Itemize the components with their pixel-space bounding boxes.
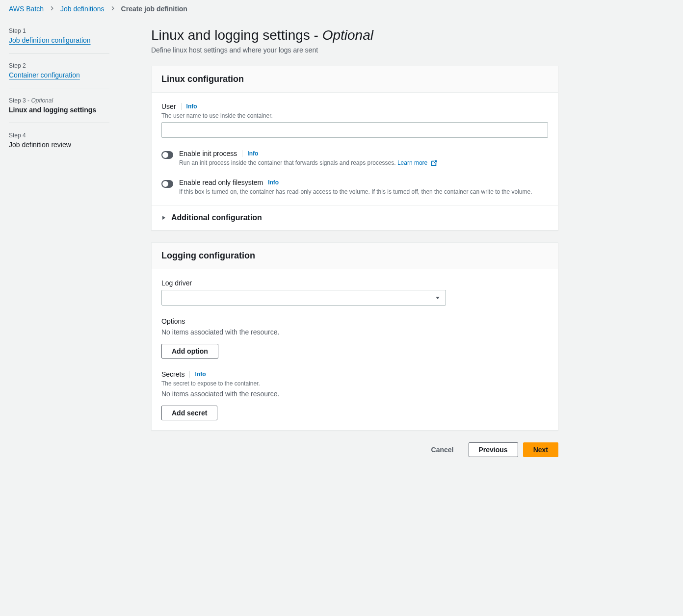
step-link-job-definition-configuration[interactable]: Job definition configuration <box>9 36 131 44</box>
step-number: Step 4 <box>9 132 131 139</box>
user-description: The user name to use inside the containe… <box>161 112 548 119</box>
user-input[interactable] <box>161 122 548 138</box>
secrets-label: Secrets <box>161 370 184 378</box>
step-number: Step 2 <box>9 62 131 69</box>
panel-title: Linux configuration <box>161 74 548 84</box>
chevron-right-icon <box>50 5 54 12</box>
secrets-empty-text: No items associated with the resource. <box>161 390 548 398</box>
step-2: Step 2 Container configuration <box>9 62 131 88</box>
readonly-filesystem-description: If this box is turned on, the container … <box>179 188 548 195</box>
previous-button[interactable]: Previous <box>469 442 518 457</box>
breadcrumb-link-job-definitions[interactable]: Job definitions <box>60 5 105 13</box>
log-driver-field: Log driver <box>161 279 548 306</box>
step-4: Step 4 Job definition review <box>9 132 131 157</box>
wizard-sidebar: Step 1 Job definition configuration Step… <box>9 27 131 467</box>
user-label: User <box>161 103 176 110</box>
step-number: Step 1 <box>9 27 131 34</box>
init-process-field: Enable init process Info Run an init pro… <box>161 150 548 167</box>
options-field: Options No items associated with the res… <box>161 317 548 359</box>
log-driver-label: Log driver <box>161 279 548 287</box>
linux-configuration-panel: Linux configuration User Info The user n… <box>151 66 558 231</box>
secrets-field: Secrets Info The secret to expose to the… <box>161 370 548 420</box>
info-link[interactable]: Info <box>247 150 258 157</box>
step-3: Step 3 - Optional Linux and logging sett… <box>9 97 131 123</box>
additional-configuration-label: Additional configuration <box>171 213 262 222</box>
options-label: Options <box>161 317 548 325</box>
secrets-description: The secret to expose to the container. <box>161 380 548 387</box>
chevron-right-icon <box>110 5 115 12</box>
readonly-filesystem-toggle[interactable] <box>161 180 173 188</box>
breadcrumb-link-aws-batch[interactable]: AWS Batch <box>9 5 44 13</box>
next-button[interactable]: Next <box>523 442 558 457</box>
footer-actions: Cancel Previous Next <box>151 442 558 467</box>
log-driver-select[interactable] <box>161 290 446 306</box>
init-process-description: Run an init process inside the container… <box>179 159 548 167</box>
user-field: User Info The user name to use inside th… <box>161 103 548 138</box>
step-1: Step 1 Job definition configuration <box>9 27 131 53</box>
cancel-button[interactable]: Cancel <box>421 442 464 457</box>
info-link[interactable]: Info <box>268 179 279 186</box>
page-title: Linux and logging settings - Optional <box>151 27 558 43</box>
breadcrumb-current: Create job definition <box>121 5 187 13</box>
info-link[interactable]: Info <box>186 103 197 110</box>
readonly-filesystem-label: Enable read only filesystem <box>179 179 263 186</box>
step-title-job-definition-review: Job definition review <box>9 141 131 149</box>
external-link-icon <box>430 160 437 167</box>
step-link-container-configuration[interactable]: Container configuration <box>9 71 131 79</box>
additional-configuration-expand[interactable]: Additional configuration <box>152 205 558 230</box>
add-secret-button[interactable]: Add secret <box>161 406 217 420</box>
step-title-current: Linux and logging settings <box>9 106 131 114</box>
panel-title: Logging configuration <box>161 251 548 261</box>
add-option-button[interactable]: Add option <box>161 344 218 359</box>
logging-configuration-panel: Logging configuration Log driver Opt <box>151 242 558 431</box>
page-subtitle: Define linux host settings and where you… <box>151 46 558 54</box>
init-process-label: Enable init process <box>179 150 237 157</box>
breadcrumb: AWS Batch Job definitions Create job def… <box>0 0 683 18</box>
options-empty-text: No items associated with the resource. <box>161 328 548 336</box>
readonly-filesystem-field: Enable read only filesystem Info If this… <box>161 179 548 195</box>
info-link[interactable]: Info <box>195 371 206 378</box>
caret-right-icon <box>161 214 166 222</box>
learn-more-link[interactable]: Learn more <box>397 159 437 166</box>
init-process-toggle[interactable] <box>161 151 173 159</box>
step-number: Step 3 - Optional <box>9 97 131 104</box>
